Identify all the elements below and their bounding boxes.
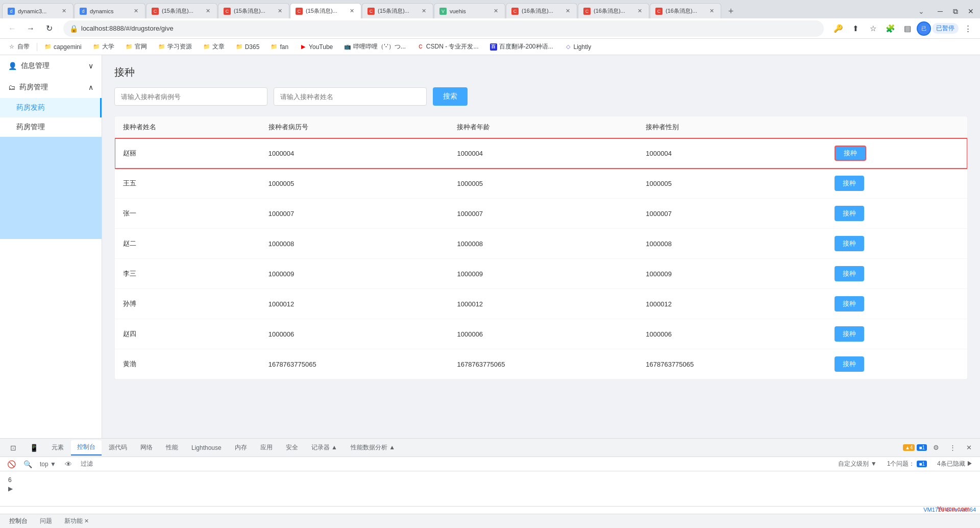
- tab-6[interactable]: C (15条消息)... ✕: [362, 3, 433, 18]
- bookmark-xuexi[interactable]: 📁 学习资源: [154, 41, 196, 53]
- devtools-custom-level[interactable]: 自定义级别 ▼: [835, 459, 879, 469]
- devtools-more-icon[interactable]: ⋮: [945, 441, 960, 455]
- bottom-bar-new-feature[interactable]: 新功能 ✕: [61, 516, 92, 526]
- bottom-bar-console[interactable]: 控制台: [6, 516, 31, 526]
- devtools-expand-icon[interactable]: ▶: [4, 485, 10, 493]
- tab-close-3[interactable]: ✕: [204, 7, 212, 15]
- tab-close-9[interactable]: ✕: [635, 7, 644, 15]
- profile-button[interactable]: 已: [917, 21, 931, 36]
- address-bar[interactable]: 🔒 localhost:8888/#/drugstore/give: [63, 20, 824, 37]
- bookmark-bilibili[interactable]: 📺 哔哩哔哩（'-'）つ...: [340, 41, 410, 53]
- devtools-tab-application[interactable]: 应用: [254, 440, 279, 455]
- tab-5-active[interactable]: C (15条消息)... ✕: [290, 3, 361, 18]
- tab-close-7[interactable]: ✕: [492, 7, 500, 15]
- sidebar-toggle-icon[interactable]: ▤: [899, 20, 916, 37]
- tab-close-8[interactable]: ✕: [564, 7, 572, 15]
- person-icon: 👤: [8, 62, 17, 70]
- sidebar-item-pharmacy-admin[interactable]: 药房管理: [0, 117, 102, 137]
- tab-4[interactable]: C (15条消息)... ✕: [218, 3, 289, 18]
- devtools-top-dropdown[interactable]: top ▼: [37, 460, 59, 469]
- devtools-tab-console[interactable]: 控制台: [71, 440, 102, 455]
- close-window-button[interactable]: ✕: [964, 4, 978, 18]
- tab-title-7: vuehis: [450, 8, 488, 14]
- tab-7[interactable]: V vuehis ✕: [434, 3, 505, 18]
- devtools-tab-lighthouse[interactable]: Lighthouse: [185, 440, 228, 455]
- search-input-id[interactable]: [114, 87, 267, 106]
- menu-button[interactable]: ⋮: [960, 20, 976, 37]
- vaccinate-button-7[interactable]: 接种: [835, 356, 864, 372]
- tab-1[interactable]: d dynamic3... ✕: [2, 3, 74, 18]
- bookmark-star-icon[interactable]: ☆: [865, 20, 881, 37]
- devtools-device-btn[interactable]: 📱: [23, 440, 44, 455]
- vaccinate-button-0[interactable]: 接种: [835, 146, 866, 161]
- vaccinate-button-3[interactable]: 接种: [835, 236, 864, 251]
- tab-close-4[interactable]: ✕: [276, 7, 284, 15]
- back-button[interactable]: ←: [4, 20, 20, 37]
- bookmark-daxue[interactable]: 📁 大学: [89, 41, 118, 53]
- tab-3[interactable]: C (15条消息)... ✕: [146, 3, 217, 18]
- paused-button[interactable]: 已暂停: [932, 23, 959, 34]
- tab-close-10[interactable]: ✕: [707, 7, 716, 15]
- bookmark-wenzhang[interactable]: 📁 文章: [199, 41, 229, 53]
- devtools-settings-icon[interactable]: ⚙: [929, 441, 943, 455]
- password-icon[interactable]: 🔑: [830, 20, 846, 37]
- extensions-icon[interactable]: 🧩: [882, 20, 898, 37]
- devtools-clear-icon[interactable]: 🚫: [4, 457, 18, 471]
- bottom-bar-close-icon[interactable]: ✕: [84, 518, 89, 524]
- devtools-tab-performance[interactable]: 性能: [160, 440, 184, 455]
- tab-close-2[interactable]: ✕: [132, 7, 140, 15]
- devtools-tab-security[interactable]: 安全: [280, 440, 304, 455]
- restore-button[interactable]: ⧉: [948, 4, 963, 18]
- tab-close-6[interactable]: ✕: [420, 7, 428, 15]
- tab-list-button[interactable]: ⌄: [914, 4, 928, 18]
- devtools-mode-btn[interactable]: ⊡: [4, 440, 22, 455]
- tab-8[interactable]: C (16条消息)... ✕: [506, 3, 577, 18]
- vaccinate-button-1[interactable]: 接种: [835, 176, 864, 191]
- reload-button[interactable]: ↻: [41, 20, 57, 37]
- cell-id: 1678763775065: [260, 349, 449, 379]
- vaccinate-button-4[interactable]: 接种: [835, 266, 864, 281]
- bookmark-guanwang[interactable]: 📁 官网: [121, 41, 151, 53]
- bookmark-lightly[interactable]: ◇ Lightly: [560, 41, 596, 53]
- bookmark-label-youtube: YouTube: [309, 43, 333, 51]
- bookmark-zidai[interactable]: ☆ 自带: [4, 41, 34, 53]
- tab-close-5[interactable]: ✕: [348, 7, 356, 15]
- tab-close-1[interactable]: ✕: [60, 7, 68, 15]
- forward-button[interactable]: →: [22, 20, 39, 37]
- new-tab-button[interactable]: +: [724, 4, 738, 18]
- devtools-filter-input[interactable]: 过滤: [78, 459, 96, 469]
- table-row: 王五 1000005 1000005 1000005 接种: [115, 169, 967, 199]
- bookmark-d365[interactable]: 📁 D365: [232, 41, 264, 53]
- bookmark-youtube[interactable]: ▶ YouTube: [296, 41, 337, 53]
- bookmark-fan[interactable]: 📁 fan: [266, 41, 292, 53]
- bookmark-baidu-translate[interactable]: 百 百度翻译-200种语...: [486, 41, 557, 53]
- devtools-tab-perf-insights[interactable]: 性能数据分析 ▲: [345, 440, 401, 455]
- vaccinate-button-2[interactable]: 接种: [835, 206, 864, 221]
- tab-10[interactable]: C (16条消息)... ✕: [650, 3, 721, 18]
- devtools-hidden-count[interactable]: 4条已隐藏 ▶: [934, 459, 976, 469]
- tab-2[interactable]: d dynamics ✕: [74, 3, 145, 18]
- cell-name: 王五: [115, 169, 260, 199]
- sidebar-item-dispensing[interactable]: 药房发药: [0, 98, 102, 117]
- bookmark-csdn[interactable]: C CSDN - 专业开发...: [413, 41, 483, 53]
- vaccinate-button-5[interactable]: 接种: [835, 296, 864, 311]
- devtools-filter-icon[interactable]: 🔍: [20, 457, 35, 471]
- search-input-name[interactable]: [274, 87, 427, 106]
- search-button[interactable]: 搜索: [433, 87, 468, 106]
- devtools-tab-elements[interactable]: 元素: [45, 440, 70, 455]
- devtools-tab-recorder[interactable]: 记录器 ▲: [305, 440, 344, 455]
- minimize-button[interactable]: ─: [933, 4, 947, 18]
- sidebar-item-pharmacy-management[interactable]: 🗂 药房管理 ∧: [0, 77, 102, 98]
- devtools-eye-icon[interactable]: 👁: [61, 457, 76, 471]
- devtools-close-icon[interactable]: ✕: [962, 441, 976, 455]
- tab-9[interactable]: C (16条消息)... ✕: [578, 3, 649, 18]
- share-icon[interactable]: ⬆: [847, 20, 864, 37]
- devtools-tab-memory[interactable]: 内存: [229, 440, 253, 455]
- vaccinate-button-6[interactable]: 接种: [835, 326, 864, 342]
- folder-icon: 🗂: [8, 83, 15, 91]
- devtools-tab-source[interactable]: 源代码: [103, 440, 133, 455]
- devtools-tab-network[interactable]: 网络: [134, 440, 159, 455]
- bottom-bar-issues[interactable]: 问题: [37, 516, 55, 526]
- sidebar-item-info-management[interactable]: 👤 信息管理 ∨: [0, 55, 102, 77]
- bookmark-capgemini[interactable]: 📁 capgemini: [40, 41, 86, 53]
